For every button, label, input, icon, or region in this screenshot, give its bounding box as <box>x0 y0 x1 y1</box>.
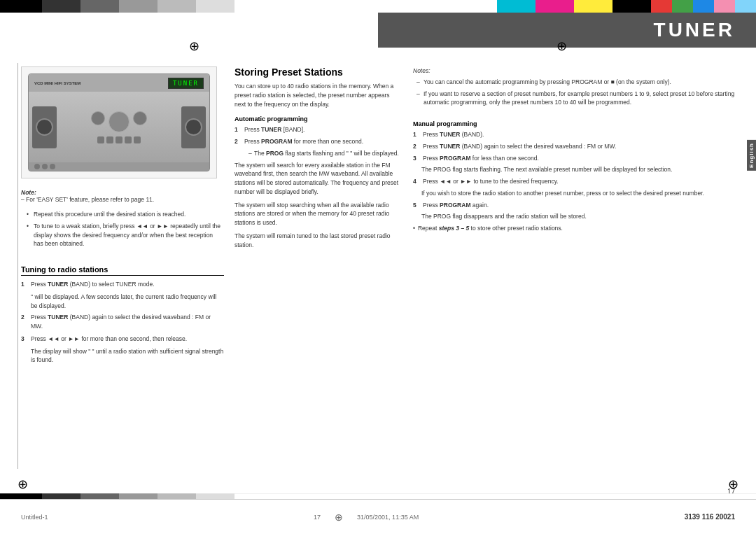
bottom-btn-1 <box>34 164 40 169</box>
manual-step-content-2: Press TUNER (BAND) again to select the d… <box>423 142 616 151</box>
bottom-btn-2 <box>42 164 48 169</box>
strip-4 <box>119 493 158 499</box>
notes-section: Notes: You can cancel the automatic prog… <box>413 66 735 110</box>
color-block-lightblue <box>735 0 756 13</box>
stereo-illustration: VCD MINI HIFI SYSTEM TUNER <box>28 73 210 171</box>
auto-step-1: 1 Press TUNER [BAND]. <box>234 125 402 134</box>
bullet-item-2: To tune to a weak station, briefly press… <box>27 222 224 248</box>
auto-prog-sub-list: The PROG flag starts flashing and " " wi… <box>243 149 402 158</box>
bottom-filename: Untitled-1 <box>21 514 48 521</box>
ctrl-btn-3 <box>115 136 122 143</box>
manual-repeat-text: Repeat steps 3 – 5 to store other preset… <box>418 224 563 233</box>
manual-steps-list: 1 Press TUNER (BAND). 2 Press TUNER (BAN… <box>413 130 735 162</box>
header-bar: TUNER <box>378 13 756 48</box>
manual-step-4: 4 Press ◄◄ or ►► to tune to the desired … <box>413 177 735 186</box>
step-num-3: 3 <box>21 335 28 344</box>
auto-prog-body-2: The system will stop searching when all … <box>234 201 402 227</box>
color-block-3 <box>80 0 119 13</box>
bottom-center: 17 ⊕ 31/05/2001, 11:35 AM <box>314 512 419 523</box>
manual-step-num-1: 1 <box>413 130 420 139</box>
color-block-4 <box>119 0 158 13</box>
color-block-yellow <box>574 0 612 13</box>
tuning-step-1: 1 Press TUNER (BAND) to select TUNER mod… <box>21 280 224 289</box>
tuning-steps-list: 1 Press TUNER (BAND) to select TUNER mod… <box>21 280 224 289</box>
reg-mark-bottom-right: ⊕ <box>728 477 738 492</box>
bullet-list: Repeat this procedure until the desired … <box>21 210 224 248</box>
stereo-middle <box>29 92 209 162</box>
stereo-center-controls <box>60 111 178 143</box>
step-content-2: Press TUNER (BAND) again to select the d… <box>31 313 224 331</box>
manual-step-4-sub: If you wish to store the radio station t… <box>421 189 735 198</box>
top-color-bar <box>0 0 756 13</box>
auto-prog-title: Automatic programming <box>234 115 402 122</box>
storing-title: Storing Preset Stations <box>234 66 402 78</box>
stereo-display: TUNER <box>168 78 204 89</box>
bullet-item-1: Repeat this procedure until the desired … <box>27 210 224 219</box>
auto-prog-steps: 1 Press TUNER [BAND]. 2 Press PROGRAM fo… <box>234 125 402 149</box>
color-block-5 <box>158 0 196 13</box>
auto-prog-sub-1: The PROG flag starts flashing and " " wi… <box>243 149 402 158</box>
step-1-sub: " will be displayed. A few seconds later… <box>31 293 224 311</box>
auto-prog-body: The system will search for every availab… <box>234 161 402 197</box>
color-block-1 <box>0 0 42 13</box>
right-speaker <box>181 106 206 148</box>
step-num-2: 2 <box>21 313 28 331</box>
ctrl-btn-2 <box>106 136 113 143</box>
note-item-1: You can cancel the automatic programming… <box>416 78 735 87</box>
auto-step-content-2: Press PROGRAM for more than one second. <box>244 137 363 146</box>
tuning-step-2: 2 Press TUNER (BAND) again to select the… <box>21 313 224 331</box>
crosshair-bottom: ⊕ <box>335 512 343 523</box>
manual-steps-list-3: 5 Press PROGRAM again. <box>413 201 735 210</box>
manual-step-num-4: 4 <box>413 177 420 186</box>
tuning-section: Tuning to radio stations 1 Press TUNER (… <box>21 265 224 367</box>
notes-title: Notes: <box>413 66 735 76</box>
image-note: Note: – For 'EASY SET' feature, please r… <box>21 189 224 203</box>
registration-mark-top-right: ⊕ <box>556 38 567 54</box>
color-block-6 <box>196 0 234 13</box>
knob-right <box>133 111 147 125</box>
left-speaker <box>32 106 57 148</box>
main-content: VCD MINI HIFI SYSTEM TUNER <box>0 52 756 493</box>
speaker-cone <box>36 118 53 136</box>
color-block-2 <box>42 0 80 13</box>
stereo-top: VCD MINI HIFI SYSTEM TUNER <box>29 74 209 92</box>
reg-mark-bottom-left: ⊕ <box>18 477 28 492</box>
briefly-press-text: briefly press <box>103 223 135 230</box>
auto-prog-list: 1 Press TUNER [BAND]. 2 Press PROGRAM fo… <box>234 125 402 146</box>
manual-step-content-1: Press TUNER (BAND). <box>423 130 484 139</box>
auto-step-2: 2 Press PROGRAM for more than one second… <box>234 137 402 146</box>
middle-column: Storing Preset Stations You can store up… <box>234 66 402 479</box>
page-title: TUNER <box>654 19 735 41</box>
manual-step-num-2: 2 <box>413 142 420 151</box>
bottom-product-code: 3139 116 20021 <box>685 513 735 521</box>
storing-intro: You can store up to 40 radio stations in… <box>234 82 402 108</box>
manual-step-3-sub: The PROG flag starts flashing. The next … <box>421 165 735 174</box>
manual-step-3: 3 Press PROGRAM for less than one second… <box>413 154 735 163</box>
tuning-step-3: 3 Press ◄◄ or ►► for more than one secon… <box>21 335 224 344</box>
tuning-steps: 1 Press TUNER (BAND) to select TUNER mod… <box>21 280 224 365</box>
tuning-steps-list-2: 2 Press TUNER (BAND) again to select the… <box>21 313 224 343</box>
strip-7 <box>234 493 756 499</box>
stereo-bottom <box>29 162 209 171</box>
step-num-1: 1 <box>21 280 28 289</box>
color-block-black2 <box>612 0 651 13</box>
manual-step-num-5: 5 <box>413 201 420 210</box>
bullet-section: Repeat this procedure until the desired … <box>21 210 224 251</box>
strip-2 <box>42 493 80 499</box>
notes-list: You can cancel the automatic programming… <box>413 78 735 107</box>
manual-step-1: 1 Press TUNER (BAND). <box>413 130 735 139</box>
note-item-2: If you want to reserve a section of pres… <box>416 90 735 108</box>
left-margin-line <box>18 63 18 469</box>
strip-6 <box>196 493 234 499</box>
bottom-color-strips <box>0 493 756 499</box>
manual-step-num-3: 3 <box>413 154 420 163</box>
strip-1 <box>0 493 42 499</box>
manual-step-5: 5 Press PROGRAM again. <box>413 201 735 210</box>
manual-prog-title: Manual programming <box>413 120 735 127</box>
speaker-cone-right <box>185 118 202 136</box>
manual-step-content-3: Press PROGRAM for less than one second. <box>423 154 539 163</box>
manual-step-content-4: Press ◄◄ or ►► to tune to the desired fr… <box>423 177 559 186</box>
cd-slot <box>108 111 130 132</box>
strip-5 <box>158 493 196 499</box>
auto-sub-item-1: The PROG flag starts flashing and " " wi… <box>248 149 402 158</box>
